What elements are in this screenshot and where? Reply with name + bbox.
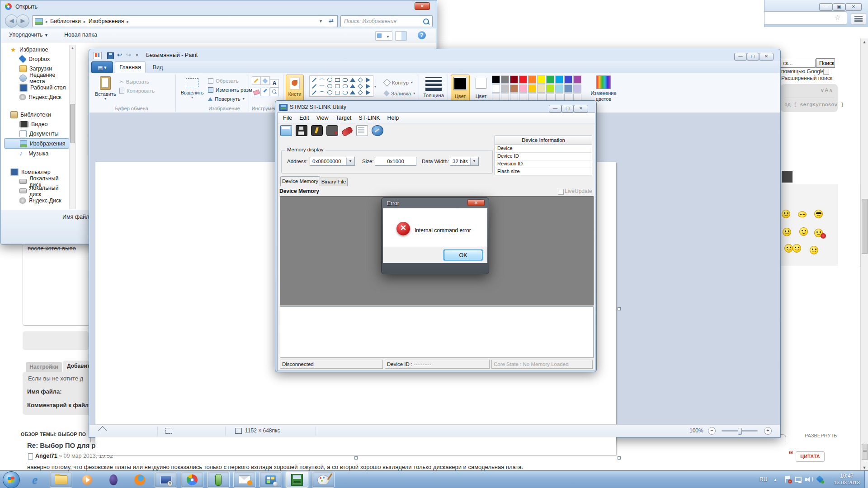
sidebar-item-desktop[interactable]: Рабочий стол (4, 83, 68, 92)
new-folder-button[interactable]: Новая папка (64, 32, 97, 38)
open-dialog-close-button[interactable]: ✕ (415, 2, 430, 10)
zoom-slider[interactable] (722, 430, 758, 432)
fill-tool-icon[interactable] (261, 76, 270, 85)
palette-color[interactable] (492, 75, 500, 84)
sidebar-item-music[interactable]: ♪Музыка (4, 149, 68, 158)
smiley-sleepy-icon[interactable] (798, 211, 807, 217)
qat-redo-icon[interactable]: ↪ (126, 52, 131, 58)
stlink-minimize-button[interactable]: — (549, 105, 561, 113)
shape-triangle-icon[interactable] (349, 77, 356, 83)
smiley-plain-icon[interactable] (810, 246, 818, 254)
shape-arrow-icon[interactable] (364, 89, 372, 95)
browser-minimize-button[interactable]: — (819, 3, 833, 11)
shape-line-icon[interactable] (311, 89, 318, 95)
sidebar-item-local-disk-d[interactable]: Локальный диск (4, 186, 68, 196)
breadcrumb-arrow-icon[interactable]: ▸ (46, 19, 48, 24)
address-dropdown-icon[interactable]: ▼ (319, 19, 323, 23)
organize-button[interactable]: Упорядочить ▼ (9, 32, 48, 38)
log-panel[interactable] (280, 306, 594, 358)
menu-view[interactable]: View (313, 114, 332, 122)
open-file-icon[interactable] (280, 125, 292, 136)
tab-device-memory[interactable]: Device Memory (280, 176, 320, 186)
copy-button[interactable]: Копировать (119, 86, 155, 95)
settings-icon[interactable] (372, 125, 383, 136)
palette-color[interactable] (528, 84, 536, 93)
palette-color[interactable] (501, 75, 509, 84)
browser-restore-button[interactable]: ▣ (833, 3, 845, 11)
expand-label[interactable]: РАЗВЕРНУТЬ (805, 433, 837, 438)
sidebar-item-pictures[interactable]: Изображения (4, 138, 69, 149)
sidebar-group-favorites[interactable]: ★Избранное (4, 45, 68, 54)
quoted-text-area[interactable]: после хотел выпо (23, 243, 90, 326)
live-update-checkbox[interactable] (558, 189, 564, 195)
scrollbar-thumb[interactable] (862, 199, 868, 254)
shape-diamond-icon[interactable] (357, 89, 364, 95)
forum-search-button[interactable]: Поиск (816, 58, 835, 68)
palette-color[interactable] (546, 84, 554, 93)
save-file-icon[interactable] (296, 125, 307, 136)
size-input[interactable]: 0x1000 (375, 157, 416, 166)
sidebar-item-recent[interactable]: Недавние места (4, 73, 68, 83)
shape-rectangle-icon[interactable] (334, 77, 341, 83)
smiley-beer-icon[interactable] (784, 244, 793, 253)
edit-colors-button[interactable]: Изменение цветов (590, 75, 618, 102)
pencil-tool-icon[interactable] (252, 76, 261, 85)
shape-oval-icon[interactable] (326, 77, 333, 83)
taskbar-eclipse-button[interactable] (102, 472, 125, 488)
picker-tool-icon[interactable] (261, 88, 270, 96)
font-size-widget[interactable]: ∨A∧ (820, 87, 833, 94)
sidebar-group-libraries[interactable]: Библиотеки (4, 110, 68, 119)
palette-color[interactable] (537, 75, 545, 84)
palette-color[interactable] (519, 84, 527, 93)
shape-rounded-rectangle-icon[interactable] (341, 83, 349, 89)
taskbar-control-panel-button[interactable] (259, 472, 282, 488)
rotate-button[interactable]: Повернуть ▾ (208, 94, 245, 103)
taskbar-st-link-button[interactable] (286, 472, 308, 488)
scroll-up-icon[interactable]: ▲ (861, 38, 868, 46)
tab-binary-file[interactable]: Binary File (320, 178, 348, 186)
sidebar-item-documents[interactable]: Документы (4, 129, 68, 138)
palette-color[interactable] (519, 75, 527, 84)
menu-stlink[interactable]: ST-LINK (355, 114, 383, 122)
taskbar-remote-desktop-button[interactable]: S (155, 472, 177, 488)
shape-arrow-icon[interactable] (364, 77, 372, 83)
post-author[interactable]: Angel71 (35, 453, 57, 459)
scroll-up-icon[interactable]: ▲ (70, 45, 75, 52)
browser-close-button[interactable]: ✕ (845, 3, 862, 11)
text-tool-icon[interactable]: A (270, 79, 279, 88)
shape-rectangle-icon[interactable] (334, 83, 341, 89)
taskbar-explorer-button[interactable] (50, 472, 72, 488)
paint-close-button[interactable]: ✕ (759, 53, 774, 61)
network-icon[interactable] (794, 476, 802, 483)
view-mode-button[interactable]: ▼ (375, 31, 392, 41)
menu-help[interactable]: Help (384, 114, 403, 122)
stlink-maximize-button[interactable]: ▢ (561, 105, 574, 113)
outline-button[interactable]: Контур ▾ (384, 78, 413, 87)
paste-button[interactable]: Вставить ▾ (95, 75, 116, 104)
palette-color[interactable] (573, 84, 581, 93)
error-close-button[interactable]: ✕ (467, 199, 485, 206)
qat-save-icon[interactable] (107, 52, 114, 59)
shape-curve-icon[interactable] (318, 77, 326, 83)
stlink-close-button[interactable]: ✕ (574, 105, 588, 113)
breadcrumb-current[interactable]: Изображения (89, 18, 124, 24)
address-combobox[interactable]: 0x08000000▼ (310, 157, 355, 166)
shape-line-icon[interactable] (311, 77, 318, 83)
palette-color[interactable] (555, 75, 563, 84)
breadcrumb-arrow-icon[interactable]: ▸ (127, 19, 129, 24)
forum-search-input[interactable]: ск... (781, 59, 816, 68)
chevron-down-icon[interactable]: ▼ (346, 158, 354, 165)
breadcrumb-arrow-icon[interactable]: ▸ (84, 19, 86, 24)
zoom-out-button[interactable]: − (708, 427, 716, 435)
palette-color[interactable] (546, 75, 554, 84)
palette-color[interactable] (573, 75, 581, 84)
cut-button[interactable]: ✂Вырезать (119, 77, 149, 86)
shape-arrow-icon[interactable] (364, 83, 372, 89)
preview-pane-button[interactable] (395, 31, 407, 41)
palette-color[interactable] (492, 84, 500, 93)
shape-diamond-icon[interactable] (357, 83, 364, 89)
shape-triangle-icon[interactable] (349, 89, 356, 95)
quote-button[interactable]: ЦИТАТА (796, 451, 825, 462)
sidebar-item-dropbox[interactable]: Dropbox (4, 54, 68, 64)
shape-rectangle-icon[interactable] (334, 89, 341, 95)
